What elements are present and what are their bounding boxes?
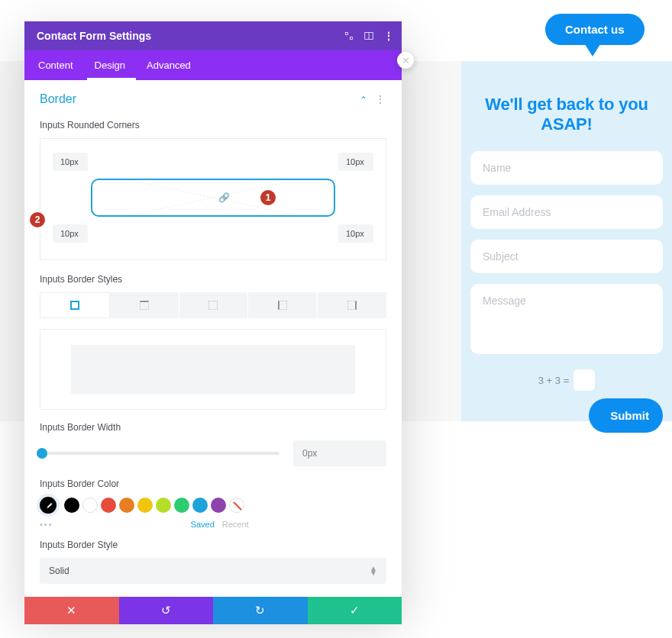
undo-icon: ↺ [161,604,171,617]
panel-tabs: Content Design Advanced [24,50,402,80]
swatch-tab-recent[interactable]: Recent [222,520,249,529]
form-preview: We'll get back to you ASAP! Name Email A… [461,61,672,421]
border-style-value: Solid [49,566,69,576]
callout-1: 1 [260,190,276,205]
border-width-label: Inputs Border Width [40,422,386,433]
border-preview-inner [71,345,355,394]
bubble-tail-icon [585,44,600,56]
message-field[interactable]: Message [470,284,663,354]
select-updown-icon: ▲▼ [370,566,377,575]
contact-us-label: Contact us [545,14,645,45]
tab-advanced-label: Advanced [147,60,191,71]
eyedropper-icon[interactable] [40,497,57,514]
tab-design[interactable]: Design [92,50,144,80]
cancel-button[interactable]: ✕ [24,597,119,624]
tab-content[interactable]: Content [35,50,92,80]
redo-button[interactable]: ↻ [213,597,308,624]
undo-button[interactable]: ↺ [119,597,214,624]
preview-heading: We'll get back to you ASAP! [470,95,663,134]
chevron-up-icon: ⌃ [360,95,367,105]
swatch-tab-saved[interactable]: Saved [191,520,215,529]
border-tile-top[interactable] [110,292,179,318]
panel-body: Border ⌃ ⋮ Inputs Rounded Corners 10px 1… [24,80,402,607]
close-icon: ✕ [66,604,76,617]
subject-placeholder: Subject [483,250,519,263]
swatch-blue[interactable] [192,498,208,513]
swatch-black[interactable] [64,498,79,513]
tab-content-label: Content [38,60,73,71]
swatch-more-icon[interactable]: ••• [40,520,53,529]
message-placeholder: Message [483,295,526,307]
border-style-label: Inputs Border Style [40,540,386,550]
corner-bottom-right[interactable]: 10px [338,224,373,243]
panel-footer: ✕ ↺ ↻ ✓ [24,597,402,624]
border-style-tiles [40,292,386,318]
rounded-corners-label: Inputs Rounded Corners [40,120,386,130]
corner-top-left[interactable]: 10px [53,153,88,171]
subject-field[interactable]: Subject [470,240,663,273]
panel-title: Contact Form Settings [37,30,151,42]
submit-label: Submit [610,409,649,422]
check-icon: ✓ [350,604,360,617]
link-values-icon[interactable]: 🔗 [218,192,230,204]
captcha-input[interactable] [573,369,595,391]
tab-advanced[interactable]: Advanced [144,50,209,80]
border-tile-bottom[interactable] [248,292,318,318]
section-border[interactable]: Border ⌃ ⋮ [40,91,386,114]
captcha-question: 3 + 3 = [538,375,569,386]
square-top-icon [140,301,149,310]
corner-preview: 1 🔗 [91,179,335,217]
swatch-white[interactable] [82,498,98,513]
swatch-green[interactable] [174,498,189,513]
submit-button[interactable]: Submit [589,398,663,433]
swatch-purple[interactable] [211,498,226,513]
section-options-icon[interactable]: ⋮ [375,93,386,105]
rounded-corners-widget: 10px 10px 1 🔗 10px 10px 2 [40,138,386,260]
name-placeholder: Name [483,162,511,174]
redo-icon: ↻ [255,604,265,617]
swatch-none[interactable] [229,498,244,513]
border-tile-left[interactable] [318,292,386,318]
name-field[interactable]: Name [470,151,663,185]
contact-us-bubble[interactable]: Contact us [545,14,645,45]
corner-top-right[interactable]: 10px [338,153,373,171]
slider-thumb[interactable] [37,448,47,459]
swatch-orange[interactable] [119,498,134,513]
square-right-icon [347,301,357,310]
kebab-icon[interactable]: ⋮ [383,31,394,41]
close-panel-button[interactable]: ✕ [397,52,414,69]
columns-icon[interactable] [363,31,374,41]
border-preview-box [40,329,386,410]
square-dotted-icon [208,301,218,310]
email-placeholder: Email Address [483,206,551,218]
panel-header: Contact Form Settings ⋮ [24,21,402,50]
tab-design-label: Design [95,60,125,71]
square-left-icon [278,301,287,310]
corner-bottom-left[interactable]: 10px [53,224,88,243]
svg-rect-1 [351,37,353,40]
color-swatches [40,497,386,514]
border-style-select[interactable]: Solid ▲▼ [40,558,386,584]
svg-rect-0 [346,33,348,35]
section-border-title: Border [40,92,76,106]
border-width-value[interactable]: 0px [293,440,386,466]
square-solid-icon [70,301,79,310]
border-width-slider[interactable] [40,452,279,455]
border-color-label: Inputs Border Color [40,478,386,489]
expand-icon[interactable] [344,31,354,41]
border-tile-right[interactable] [179,292,249,318]
callout-2: 2 [30,212,45,227]
swatch-red[interactable] [101,498,116,513]
save-button[interactable]: ✓ [308,597,402,624]
border-styles-label: Inputs Border Styles [40,274,386,285]
settings-panel: Contact Form Settings ⋮ Content Design A… [24,21,402,607]
email-field[interactable]: Email Address [470,195,663,229]
swatch-lime[interactable] [156,498,171,513]
swatch-yellow[interactable] [137,498,153,513]
captcha-row: 3 + 3 = [470,369,663,391]
border-tile-all[interactable] [40,292,110,318]
